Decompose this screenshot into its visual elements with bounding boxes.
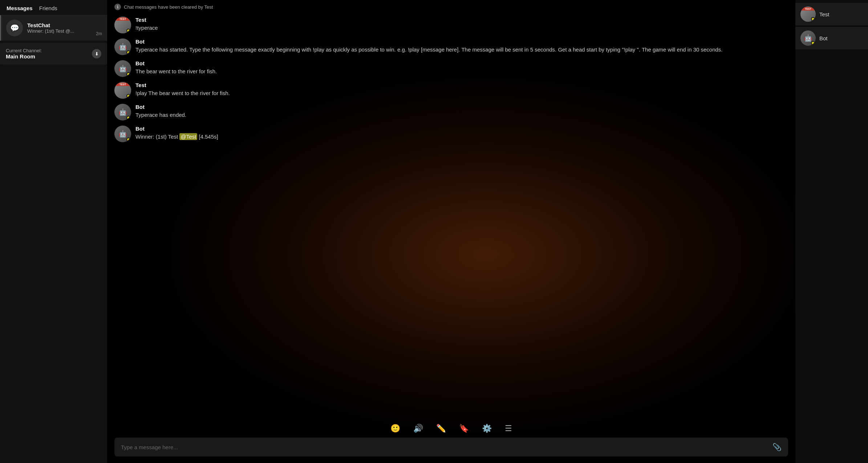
chat-item-name: TestChat bbox=[27, 22, 92, 28]
chat-item-preview: Winner: (1st) Test @... bbox=[27, 28, 92, 34]
main-chat-area: ℹ Chat messages have been cleared by Tes… bbox=[107, 0, 795, 463]
chat-item-info: TestChat Winner: (1st) Test @... bbox=[27, 22, 92, 34]
chat-item-time: 2m bbox=[96, 31, 102, 36]
left-sidebar: Messages Friends 💬 TestChat Winner: (1st… bbox=[0, 0, 107, 463]
status-dot-test bbox=[811, 17, 815, 21]
msg-text-4: !play The bear went to the river for fis… bbox=[135, 89, 788, 98]
msg-mention[interactable]: @Test bbox=[179, 133, 197, 140]
msg-sender-2: Bot bbox=[135, 38, 788, 45]
msg-sender-4: Test bbox=[135, 82, 788, 88]
msg-sender-3: Bot bbox=[135, 60, 788, 66]
status-dot-4 bbox=[126, 94, 130, 98]
toolbar: 🙂 🔊 ✏️ 🔖 ⚙️ ☰ bbox=[107, 419, 795, 438]
avatar-bot-3: 🤖 bbox=[114, 60, 131, 77]
msg-content-5: Bot Typerace has ended. bbox=[135, 104, 788, 119]
current-channel[interactable]: Current Channel: Main Room ⬇ bbox=[0, 43, 107, 65]
message-input[interactable] bbox=[121, 444, 769, 450]
system-message-text: Chat messages have been cleared by Test bbox=[124, 4, 213, 10]
avatar-test-4: TEST bbox=[114, 82, 131, 99]
msg-text-6: Winner: (1st) Test @Test [4.545s] bbox=[135, 133, 788, 141]
user-avatar-bot: 🤖 bbox=[800, 30, 816, 46]
msg-sender-6: Bot bbox=[135, 126, 788, 132]
input-area: 📎 bbox=[107, 438, 795, 463]
current-channel-name: Main Room bbox=[6, 53, 42, 60]
messages-area[interactable]: TEST Test !typerace 🤖 Bot Typerace has s… bbox=[107, 14, 795, 419]
status-dot-5 bbox=[126, 116, 130, 120]
message-5: 🤖 Bot Typerace has ended. bbox=[114, 104, 788, 120]
channel-arrow-icon: ⬇ bbox=[92, 49, 101, 58]
attach-icon[interactable]: 📎 bbox=[772, 443, 782, 451]
avatar-bot-6: 🤖 bbox=[114, 126, 131, 142]
avatar-test-1: TEST bbox=[114, 17, 131, 33]
msg-winner-text: Winner: (1st) Test bbox=[135, 134, 179, 140]
input-box: 📎 bbox=[114, 438, 788, 456]
system-message: ℹ Chat messages have been cleared by Tes… bbox=[107, 0, 795, 14]
message-3: 🤖 Bot The bear went to the river for fis… bbox=[114, 60, 788, 77]
msg-content-4: Test !play The bear went to the river fo… bbox=[135, 82, 788, 98]
user-avatar-test: TEST bbox=[800, 7, 816, 22]
current-channel-label: Current Channel: bbox=[6, 48, 42, 53]
user-entry-bot[interactable]: 🤖 Bot bbox=[795, 27, 868, 49]
current-channel-text: Current Channel: Main Room bbox=[6, 48, 42, 60]
user-entry-test[interactable]: TEST Test bbox=[795, 3, 868, 25]
msg-content-2: Bot Typerace has started. Type the follo… bbox=[135, 38, 788, 54]
volume-button[interactable]: 🔊 bbox=[412, 422, 425, 435]
sidebar-nav: Messages Friends bbox=[0, 0, 107, 15]
msg-content-6: Bot Winner: (1st) Test @Test [4.545s] bbox=[135, 126, 788, 141]
avatar-bot-2: 🤖 bbox=[114, 38, 131, 55]
right-sidebar: TEST Test 🤖 Bot bbox=[795, 0, 868, 463]
message-2: 🤖 Bot Typerace has started. Type the fol… bbox=[114, 38, 788, 55]
settings-button[interactable]: ⚙️ bbox=[480, 422, 493, 435]
status-dot bbox=[126, 29, 130, 33]
info-icon: ℹ bbox=[114, 4, 121, 10]
msg-text-1: !typerace bbox=[135, 24, 788, 32]
message-6: 🤖 Bot Winner: (1st) Test @Test [4.545s] bbox=[114, 126, 788, 142]
chat-item-testchat[interactable]: 💬 TestChat Winner: (1st) Test @... 2m bbox=[0, 15, 107, 41]
msg-time-text: [4.545s] bbox=[197, 134, 218, 140]
bookmark-button[interactable]: 🔖 bbox=[458, 422, 470, 435]
nav-messages[interactable]: Messages bbox=[7, 5, 33, 11]
user-name-bot: Bot bbox=[819, 35, 828, 41]
msg-content-3: Bot The bear went to the river for fish. bbox=[135, 60, 788, 76]
msg-sender-1: Test bbox=[135, 17, 788, 23]
msg-content-1: Test !typerace bbox=[135, 17, 788, 32]
status-dot-2 bbox=[126, 50, 130, 54]
status-dot-3 bbox=[126, 72, 130, 76]
msg-text-3: The bear went to the river for fish. bbox=[135, 67, 788, 76]
msg-sender-5: Bot bbox=[135, 104, 788, 110]
message-4: TEST Test !play The bear went to the riv… bbox=[114, 82, 788, 99]
nav-friends[interactable]: Friends bbox=[39, 5, 57, 11]
chat-item-icon: 💬 bbox=[6, 20, 23, 36]
avatar-bot-5: 🤖 bbox=[114, 104, 131, 120]
status-dot-bot bbox=[811, 41, 815, 45]
user-name-test: Test bbox=[819, 11, 830, 17]
msg-text-2: Typerace has started. Type the following… bbox=[135, 46, 788, 54]
emoji-button[interactable]: 🙂 bbox=[389, 422, 402, 435]
status-dot-6 bbox=[126, 138, 130, 142]
pen-button[interactable]: ✏️ bbox=[435, 422, 447, 435]
menu-button[interactable]: ☰ bbox=[503, 422, 514, 435]
msg-text-5: Typerace has ended. bbox=[135, 111, 788, 119]
message-1: TEST Test !typerace bbox=[114, 17, 788, 33]
